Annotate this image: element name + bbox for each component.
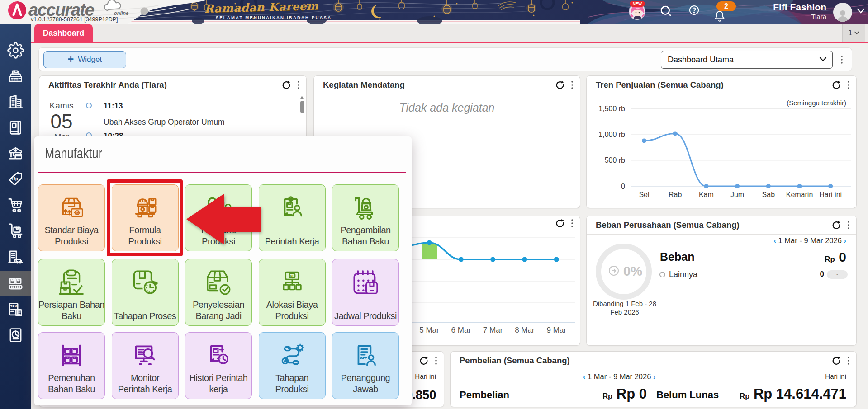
persiapan-bahan-baku-icon bbox=[58, 269, 85, 295]
tile-pengambilan-bahan-baku[interactable]: Pengambilan Bahan Baku bbox=[332, 184, 399, 251]
beban-total: Rp 0 bbox=[825, 249, 846, 265]
svg-text:Kam: Kam bbox=[699, 191, 714, 198]
kebab-icon[interactable] bbox=[845, 220, 852, 230]
histori-perintah-kerja-icon bbox=[205, 342, 232, 368]
pointer-arrow bbox=[184, 191, 263, 248]
tile-penanggung-jawab[interactable]: Penanggung Jawab bbox=[332, 332, 399, 399]
refresh-icon[interactable] bbox=[419, 356, 429, 366]
tile-pemenuhan-bahan-baku[interactable]: Pemenuhan Bahan Baku bbox=[38, 332, 105, 399]
legend-bullet bbox=[659, 272, 665, 277]
refresh-icon[interactable] bbox=[831, 356, 841, 366]
kebab-icon[interactable] bbox=[569, 218, 576, 228]
svg-text:RP: RP bbox=[75, 211, 80, 214]
sidebar-item-ledger[interactable] bbox=[0, 115, 31, 141]
refresh-icon[interactable] bbox=[831, 80, 841, 90]
dashboard-select[interactable]: Dashboard Utama bbox=[661, 51, 833, 69]
tile-tahapan-proses[interactable]: Tahapan Proses bbox=[112, 259, 179, 326]
belum-lunas-amount: Rp 14.614.471 bbox=[754, 386, 846, 402]
widget-title: Aktifitas Terakhir Anda (Tiara) bbox=[48, 80, 167, 90]
window-count-chevron-icon bbox=[854, 31, 859, 35]
beban-row-pill: - bbox=[827, 270, 848, 279]
kebab-icon[interactable] bbox=[569, 80, 576, 90]
user-avatar[interactable] bbox=[833, 3, 852, 22]
next-chevron-icon[interactable]: › bbox=[653, 372, 656, 381]
svg-text:8 Mar: 8 Mar bbox=[515, 326, 535, 334]
kebab-icon[interactable] bbox=[845, 356, 852, 366]
tile-persiapan-bahan-baku[interactable]: Persiapan Bahan Baku bbox=[38, 259, 105, 326]
sidebar-item-inventory-delivery[interactable] bbox=[0, 218, 31, 244]
bell-icon[interactable] bbox=[714, 10, 726, 22]
sidebar: Rp bbox=[0, 24, 31, 409]
tile-standar-biaya-produksi[interactable]: RP Standar Biaya Produksi bbox=[38, 184, 105, 251]
widget-pembelian: Pembelian (Semua Cabang) ‹ 1 Mar - 9 Mar… bbox=[450, 351, 857, 407]
standar-biaya-produksi-icon: RP bbox=[58, 194, 85, 221]
tile-label: Penyelesaian Barang Jadi bbox=[185, 299, 251, 321]
kebab-icon[interactable] bbox=[432, 356, 440, 366]
sidebar-item-company[interactable] bbox=[0, 89, 31, 115]
sidebar-item-reports[interactable] bbox=[0, 322, 31, 348]
beban-donut-pct: 0% bbox=[605, 264, 661, 279]
refresh-icon[interactable] bbox=[555, 218, 565, 228]
sidebar-item-cash-register[interactable] bbox=[0, 63, 31, 89]
svg-text:6 Mar: 6 Mar bbox=[451, 326, 471, 334]
add-widget-button[interactable]: + Widget bbox=[43, 51, 126, 68]
tile-tahapan-produksi[interactable]: Tahapan Produksi bbox=[259, 332, 326, 399]
beban-row-value: 0 bbox=[820, 270, 824, 279]
refresh-icon[interactable] bbox=[555, 80, 565, 90]
tren-penjualan-chart: 0500 rb1,000 rb1,500 rbSelRabKamJumSabKe… bbox=[587, 95, 857, 208]
user-name[interactable]: Fifi Fashion bbox=[727, 2, 826, 13]
scrollbar-thumb[interactable] bbox=[300, 101, 304, 113]
scroll-up-icon[interactable] bbox=[300, 96, 304, 99]
svg-text:Hari ini: Hari ini bbox=[819, 191, 842, 198]
sidebar-item-settings[interactable] bbox=[0, 38, 31, 63]
kebab-icon[interactable] bbox=[845, 80, 852, 90]
kebab-icon[interactable] bbox=[295, 80, 302, 90]
activity-time: 11:13 bbox=[104, 102, 123, 111]
tile-penyelesaian-barang-jadi[interactable]: Penyelesaian Barang Jadi bbox=[185, 259, 252, 326]
widget-title: Kegiatan Mendatang bbox=[323, 80, 405, 90]
tile-histori-perintah-kerja[interactable]: Histori Perintah kerja bbox=[185, 332, 252, 399]
prev-chevron-icon[interactable]: ‹ bbox=[583, 372, 586, 381]
tile-monitor-perintah-kerja[interactable]: Monitor Perintah Kerja bbox=[112, 332, 179, 399]
beban-name: Beban bbox=[660, 250, 694, 263]
tile-alokasi-biaya-produksi[interactable]: RP Alokasi Biaya Produksi bbox=[259, 259, 326, 326]
topbar: Ramadan Kareem SELAMAT MENUNAIKAN IBADAH… bbox=[0, 0, 868, 24]
beban-row-lainnya[interactable]: Lainnya 0 - bbox=[659, 270, 848, 281]
beban-daterange: 1 Mar - 9 Mar 2026 bbox=[778, 236, 842, 244]
sidebar-item-sales-rp[interactable]: Rp bbox=[0, 166, 31, 192]
toolbar-kebab-icon[interactable] bbox=[838, 55, 845, 65]
belum-lunas-value: Rp Rp 14.614.471 bbox=[740, 386, 846, 402]
tile-label: Perintah Kerja bbox=[259, 236, 325, 247]
refresh-icon[interactable] bbox=[831, 220, 841, 230]
pemenuhan-bahan-baku-icon bbox=[58, 342, 85, 368]
sidebar-item-purchases[interactable] bbox=[0, 192, 31, 218]
widget-title: Tren Penjualan (Semua Cabang) bbox=[596, 80, 724, 90]
sidebar-item-tax[interactable]: TAX bbox=[0, 296, 31, 322]
tile-jadwal-produksi[interactable]: Jadwal Produksi bbox=[332, 259, 399, 326]
help-icon[interactable] bbox=[688, 5, 700, 16]
next-chevron-icon[interactable]: › bbox=[844, 236, 847, 244]
search-icon[interactable] bbox=[659, 5, 672, 17]
pembelian-date-nav[interactable]: ‹ 1 Mar - 9 Mar 2026 › bbox=[583, 372, 656, 381]
sidebar-item-manufaktur[interactable] bbox=[0, 271, 31, 296]
sidebar-item-assets[interactable] bbox=[0, 244, 31, 269]
user-menu-chevron-icon[interactable] bbox=[856, 8, 865, 14]
prev-chevron-icon[interactable]: ‹ bbox=[774, 236, 777, 244]
beban-date-nav[interactable]: ‹ 1 Mar - 9 Mar 2026 › bbox=[774, 236, 847, 245]
currency-prefix: Rp bbox=[602, 392, 612, 400]
refresh-icon[interactable] bbox=[281, 80, 291, 90]
conveyor-manufaktur-icon bbox=[7, 275, 24, 292]
notification-badge: 2 bbox=[716, 1, 736, 11]
perintah-kerja-icon bbox=[279, 194, 305, 221]
tab-dashboard[interactable]: Dashboard bbox=[34, 24, 93, 42]
widget-title: Pembelian (Semua Cabang) bbox=[460, 356, 570, 366]
shopping-cart-icon bbox=[7, 197, 24, 213]
window-count[interactable]: 1 bbox=[842, 24, 865, 42]
sidebar-item-bank[interactable] bbox=[0, 141, 31, 166]
tile-label: Histori Perintah kerja bbox=[185, 372, 251, 395]
widget-aktifitas-header: Aktifitas Terakhir Anda (Tiara) bbox=[39, 76, 306, 94]
user-company: Tiara bbox=[727, 13, 826, 20]
tabstrip: Dashboard 1 bbox=[31, 24, 868, 43]
tile-perintah-kerja[interactable]: Perintah Kerja bbox=[259, 184, 326, 251]
dashboard-toolbar: + Widget Dashboard Utama bbox=[38, 47, 852, 71]
